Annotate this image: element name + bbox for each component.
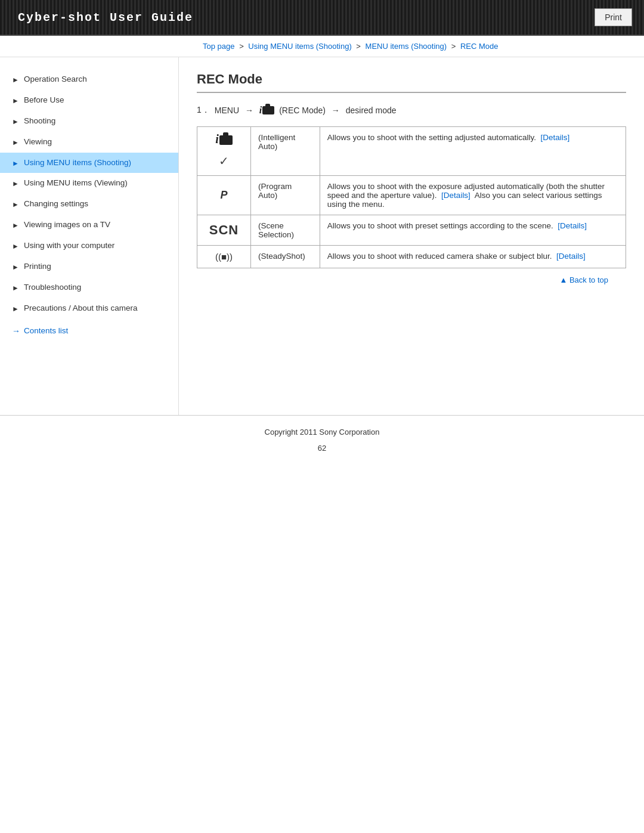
back-to-top-icon: ▲ [559, 275, 569, 284]
mode-icon-cell-ia: i ✓ [197, 127, 251, 176]
rec-mode-icon: i [259, 105, 274, 116]
table-row: P (Program Auto) Allows you to shoot wit… [197, 176, 626, 215]
sidebar-item-shooting[interactable]: ► Shooting [0, 111, 178, 132]
breadcrumb-sep-2: > [356, 42, 363, 51]
sidebar-label: Changing settings [24, 199, 88, 210]
arrow-icon: ► [12, 138, 19, 148]
sidebar-item-printing[interactable]: ► Printing [0, 256, 178, 277]
sidebar-item-troubleshooting[interactable]: ► Troubleshooting [0, 277, 178, 298]
i-letter: i [215, 133, 219, 145]
arrow-icon: ► [12, 159, 19, 169]
app-title: Cyber-shot User Guide [0, 11, 193, 24]
details-link-p[interactable]: [Details] [441, 191, 470, 200]
sidebar-label: Before Use [24, 95, 64, 106]
sidebar: ► Operation Search ► Before Use ► Shooti… [0, 57, 179, 415]
table-row: ((■)) (SteadyShot) Allows you to shoot w… [197, 246, 626, 268]
camera-top-icon [265, 104, 270, 106]
arrow-icon-2: → [332, 106, 340, 115]
mode-description: Allows you to shoot with the setting adj… [327, 133, 536, 142]
sidebar-label: Using MENU items (Shooting) [24, 157, 131, 169]
breadcrumb-link-using-menu[interactable]: Using MENU items (Shooting) [248, 42, 351, 51]
scn-icon-wrap: SCN [205, 222, 243, 238]
p-icon-wrap: P [205, 189, 243, 202]
step-number: 1． [197, 105, 210, 116]
mode-sublabel-cell-p: (Program Auto) [251, 176, 320, 215]
mode-sublabel-cell-scn: (Scene Selection) [251, 215, 320, 246]
mode-description: Allows you to shoot with preset settings… [327, 221, 553, 230]
contents-list-label: Contents list [24, 326, 68, 335]
checkmark-icon: ✓ [219, 154, 229, 168]
copyright: Copyright 2011 Sony Corporation [0, 422, 644, 440]
back-to-top: ▲ Back to top [197, 268, 626, 288]
main-content: REC Mode 1． MENU → i (REC Mode) → desire… [179, 57, 644, 302]
sidebar-label: Operation Search [24, 74, 87, 85]
p-icon: P [220, 189, 227, 202]
mode-desc-cell-ss: Allows you to shoot with reduced camera … [320, 246, 626, 268]
sidebar-item-using-menu-viewing[interactable]: ► Using MENU items (Viewing) [0, 173, 178, 194]
mode-icon-cell-ss: ((■)) [197, 246, 251, 268]
mode-sublabel: (SteadyShot) [258, 252, 305, 261]
details-link-ia[interactable]: [Details] [540, 133, 569, 142]
sidebar-label: Troubleshooting [24, 282, 81, 293]
back-to-top-label: Back to top [569, 275, 608, 284]
mode-sublabel: (Scene Selection) [258, 221, 294, 239]
camera-body-icon [219, 135, 233, 145]
arrow-icon: ► [12, 117, 19, 127]
sidebar-item-precautions[interactable]: ► Precautions / About this camera [0, 298, 178, 319]
print-button[interactable]: Print [595, 8, 632, 26]
sidebar-item-viewing-tv[interactable]: ► Viewing images on a TV [0, 215, 178, 236]
mode-desc-cell-p: Allows you to shoot with the exposure ad… [320, 176, 626, 215]
sidebar-label: Shooting [24, 116, 55, 127]
breadcrumb-link-top[interactable]: Top page [203, 42, 235, 51]
sidebar-item-viewing[interactable]: ► Viewing [0, 132, 178, 153]
sidebar-label: Using with your computer [24, 240, 114, 252]
arrow-icon: ► [12, 96, 19, 106]
mode-icon-cell-scn: SCN [197, 215, 251, 246]
sidebar-item-operation-search[interactable]: ► Operation Search [0, 69, 178, 90]
mode-table: i ✓ (Intelligent Auto) [197, 126, 626, 268]
ss-icon-wrap: ((■)) [205, 252, 243, 262]
page-header: Cyber-shot User Guide Print [0, 0, 644, 36]
mode-sublabel-cell-ia: (Intelligent Auto) [251, 127, 320, 176]
breadcrumb-link-rec-mode[interactable]: REC Mode [460, 42, 499, 51]
mode-icon-cell-p: P [197, 176, 251, 215]
arrow-icon: ► [12, 241, 19, 252]
contents-list-link[interactable]: → Contents list [0, 319, 178, 340]
sidebar-item-changing-settings[interactable]: ► Changing settings [0, 194, 178, 215]
details-link-scn[interactable]: [Details] [558, 221, 587, 230]
breadcrumb-link-menu-items[interactable]: MENU items (Shooting) [366, 42, 447, 51]
details-link-ss[interactable]: [Details] [556, 252, 586, 261]
camera-body-icon [262, 106, 274, 114]
sidebar-item-before-use[interactable]: ► Before Use [0, 90, 178, 111]
ia-icon-wrap: i ✓ [205, 133, 243, 169]
sidebar-label: Viewing images on a TV [24, 219, 110, 231]
sidebar-item-computer[interactable]: ► Using with your computer [0, 236, 178, 256]
arrow-icon: ► [12, 283, 19, 293]
arrow-icon: ► [12, 262, 19, 272]
camera-top-icon [223, 132, 228, 135]
breadcrumb-sep-3: > [451, 42, 458, 51]
mode-description: Allows you to shoot with reduced camera … [327, 252, 552, 261]
ia-icon: i [215, 133, 233, 145]
arrow-icon: ► [12, 75, 19, 85]
back-to-top-link[interactable]: ▲ Back to top [559, 275, 608, 284]
mode-desc-cell-scn: Allows you to shoot with preset settings… [320, 215, 626, 246]
mode-desc-cell-ia: Allows you to shoot with the setting adj… [320, 127, 626, 176]
sidebar-item-using-menu-shooting[interactable]: ► Using MENU items (Shooting) [0, 153, 178, 174]
breadcrumb-sep-1: > [239, 42, 246, 51]
arrow-icon: ► [12, 304, 19, 314]
menu-text: MENU [215, 106, 239, 115]
arrow-icon: → [243, 106, 256, 115]
arrow-icon: ► [12, 221, 19, 231]
main-layout: ► Operation Search ► Before Use ► Shooti… [0, 57, 644, 415]
desired-mode-text: desired mode [343, 106, 397, 115]
arrow-icon: ► [12, 200, 19, 210]
rec-mode-label: (REC Mode) [277, 106, 328, 115]
mode-sublabel: (Program Auto) [258, 182, 292, 200]
sidebar-label: Viewing [24, 137, 52, 148]
sidebar-label: Using MENU items (Viewing) [24, 178, 128, 189]
steadyshot-icon: ((■)) [215, 252, 233, 262]
scn-icon: SCN [209, 222, 239, 238]
page-title: REC Mode [197, 72, 626, 93]
arrow-right-icon: → [12, 326, 20, 336]
